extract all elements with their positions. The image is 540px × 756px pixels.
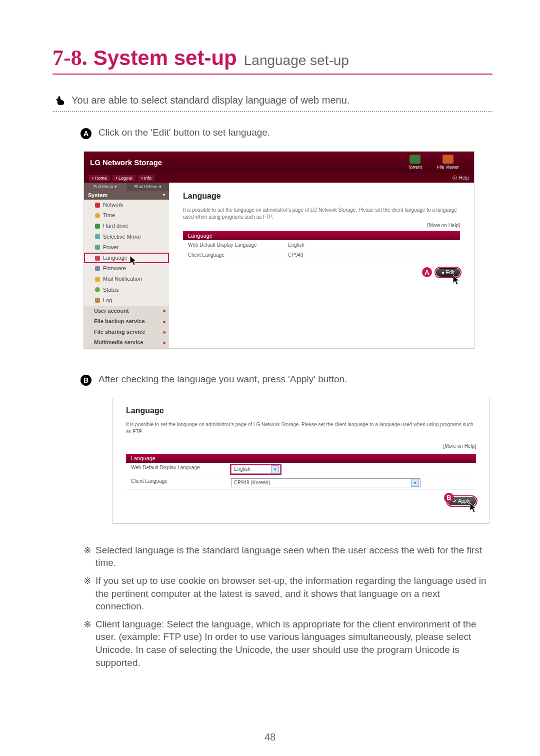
content-title-a: Language	[183, 192, 460, 201]
row-label: Client Language	[131, 478, 231, 487]
callout-b: B	[444, 493, 454, 503]
row-value: English	[288, 242, 304, 248]
note-symbol: ※	[84, 574, 92, 613]
table-row: Web Default Display Language English	[183, 240, 460, 250]
content-desc-b: It is possible to set the language on ad…	[126, 421, 476, 435]
sidebar: Full Menu ▾ Short Menu ▾ System▾ Network…	[84, 183, 169, 348]
screenshot-a: LG Network Storage Torrent File Viewer •…	[84, 151, 474, 349]
note-text: Selected language is the standard langua…	[96, 544, 488, 569]
sidebar-item-power[interactable]: Power	[84, 242, 169, 253]
language-table-a: Language Web Default Display Language En…	[183, 231, 460, 260]
table-head-a: Language	[183, 231, 460, 240]
web-language-select[interactable]: English▾	[231, 465, 280, 474]
more-help-link-a[interactable]: [More on Help]	[183, 223, 460, 228]
more-help-link-b[interactable]: [More on Help]	[126, 443, 476, 449]
nav-bar: • Home • Logout • Info 🛈 Help	[84, 173, 474, 183]
nav-home[interactable]: • Home	[89, 175, 110, 181]
note-text: If you set up to use cookie on browser s…	[96, 574, 488, 613]
note-text: Client language: Select the language, wh…	[96, 618, 488, 669]
torrent-label: Torrent	[408, 165, 422, 170]
sidebar-section-sharing[interactable]: File sharing service▸	[84, 327, 169, 337]
notes-block: ※ Selected language is the standard lang…	[84, 544, 488, 669]
divider	[52, 111, 492, 112]
sidebar-section-user[interactable]: User account▸	[84, 306, 169, 316]
step-a-text: Click on the 'Edit' button to set langua…	[98, 127, 270, 138]
table-row: Web Default Display Language English▾	[126, 463, 476, 476]
sidebar-section-multimedia[interactable]: Multimedia service▸	[84, 337, 169, 348]
sidebar-item-status[interactable]: Status	[84, 285, 169, 295]
table-head-b: Language	[126, 454, 476, 463]
table-row: Client Language CP949	[183, 250, 460, 260]
app-title: LG Network Storage	[90, 158, 162, 167]
nav-logout[interactable]: • Logout	[112, 175, 135, 181]
sidebar-section-backup[interactable]: File backup service▸	[84, 316, 169, 327]
pointing-hand-icon	[56, 96, 66, 106]
note-1: ※ Selected language is the standard lang…	[84, 544, 488, 569]
client-language-select[interactable]: CP949 (Korean)▾	[231, 478, 471, 487]
step-a-badge: A	[80, 128, 92, 139]
title-sub: Language set-up	[244, 53, 349, 69]
note-2: ※ If you set up to use cookie on browser…	[84, 574, 488, 613]
content-title-b: Language	[126, 406, 476, 415]
screenshot-b: Language It is possible to set the langu…	[112, 398, 490, 524]
app-header: LG Network Storage Torrent File Viewer	[84, 152, 474, 173]
help-link[interactable]: 🛈 Help	[452, 175, 469, 181]
fileviewer-icon[interactable]: File Viewer	[437, 155, 459, 170]
tab-short-menu[interactable]: Short Menu ▾	[126, 183, 169, 191]
sidebar-item-firmware[interactable]: Firmware	[84, 263, 169, 274]
note-3: ※ Client language: Select the language, …	[84, 618, 488, 669]
cursor-icon	[470, 503, 478, 513]
page-title-row: 7-8. System set-up Language set-up	[52, 45, 492, 75]
content-desc-a: It is possible to set the language on ad…	[183, 207, 460, 221]
nav-info[interactable]: • Info	[138, 175, 154, 181]
table-row: Client Language CP949 (Korean)▾	[126, 476, 476, 490]
torrent-icon[interactable]: Torrent	[408, 155, 422, 170]
sidebar-item-language[interactable]: Language	[84, 253, 169, 263]
row-value: CP949	[288, 252, 304, 258]
sidebar-item-selectivemirror[interactable]: Selective Mirror	[84, 232, 169, 242]
cursor-icon	[130, 256, 138, 266]
language-table-b: Language Web Default Display Language En…	[126, 454, 476, 490]
sidebar-section-system[interactable]: System▾	[84, 191, 169, 200]
step-b-text: After checking the language you want, pr…	[98, 374, 347, 385]
callout-a: A	[422, 267, 432, 277]
step-b-row: B After checking the language you want, …	[80, 374, 492, 386]
page-number: 48	[0, 731, 540, 743]
intro-row: You are able to select standard display …	[56, 95, 492, 106]
sidebar-item-harddrive[interactable]: Hard drive	[84, 221, 169, 231]
fileviewer-label: File Viewer	[437, 165, 459, 170]
sidebar-item-network[interactable]: Network	[84, 200, 169, 210]
section-number: 7-8.	[52, 45, 88, 71]
tab-full-menu[interactable]: Full Menu ▾	[84, 183, 126, 191]
sidebar-item-log[interactable]: Log	[84, 295, 169, 306]
row-label: Web Default Display Language	[188, 242, 288, 248]
row-label: Client Language	[188, 252, 288, 258]
cursor-icon	[453, 275, 461, 285]
row-label: Web Default Display Language	[131, 465, 231, 474]
note-symbol: ※	[84, 618, 92, 669]
sidebar-item-mail[interactable]: Mail Notification	[84, 274, 169, 284]
step-a-row: A Click on the 'Edit' button to set lang…	[80, 127, 492, 139]
sidebar-item-time[interactable]: Time	[84, 210, 169, 221]
title-main: System set-up	[94, 46, 237, 70]
note-symbol: ※	[84, 544, 92, 569]
step-b-badge: B	[80, 375, 92, 386]
intro-text: You are able to select standard display …	[72, 95, 350, 106]
content-pane-a: Language It is possible to set the langu…	[169, 183, 474, 348]
